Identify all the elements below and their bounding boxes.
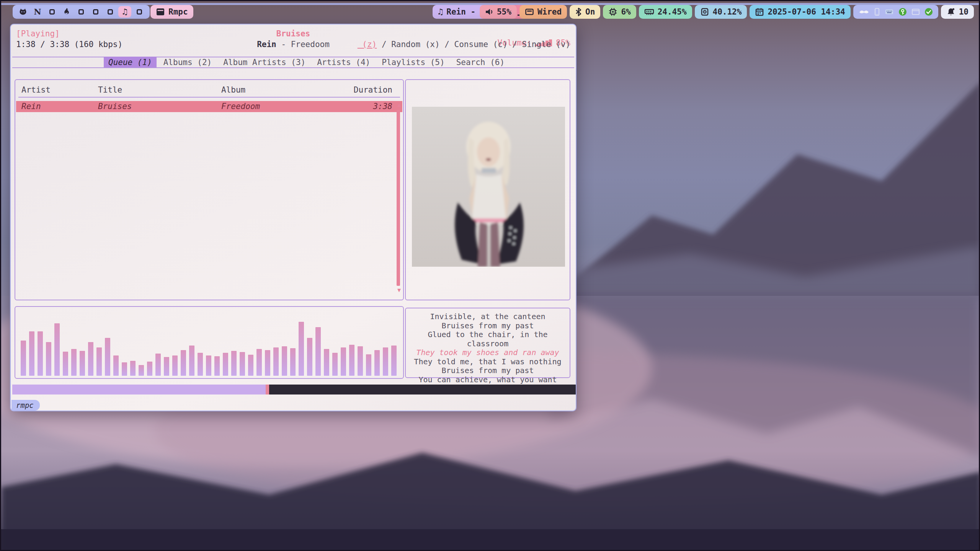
workspace-2-n-letter-icon[interactable]: N [31,6,44,18]
lyric-line: They told me, that I was nothing [408,357,567,367]
phone-icon[interactable] [874,8,880,16]
bluetooth-value: On [585,7,595,16]
progress-marker [266,385,269,395]
tab-albums-2-[interactable]: Albums (2) [163,58,212,67]
visualizer-bar [349,345,354,376]
visualizer-bar [198,353,203,376]
visualizer-bar [139,365,144,376]
workspace-6-empty-square-icon[interactable] [89,6,102,18]
visualizer-bar [96,347,102,376]
keyboard-icon[interactable] [885,8,894,15]
visualizer-bar [248,355,253,376]
visualizer-bar [358,346,363,376]
workspace-3-empty-square-icon[interactable] [46,6,59,18]
speaker-icon [485,8,493,16]
queue-header-separator [18,97,400,98]
queue-column-album: Album [221,85,245,95]
visualizer-bar [21,341,26,376]
lyrics-panel: Invisible, at the canteenBruises from my… [405,308,570,378]
cell-album: Freedoom [221,102,260,111]
album-cover-image [412,107,565,267]
disk-indicator[interactable]: 40.12% [695,5,747,19]
visualizer-bar [383,347,388,376]
lyric-line: Bruises from my past [408,366,567,375]
scrollbar-down-icon[interactable]: ▼ [397,287,401,293]
artist-name: Rein [257,40,276,49]
tab-search-6-[interactable]: Search (6) [456,58,505,67]
album-name: Freedoom [291,40,330,49]
workspace-7-empty-square-icon[interactable] [104,6,117,18]
mode-toggles[interactable]: (z) / Random (x) / Consume (c) / Single … [358,40,570,49]
taskbar-item-rmpc[interactable]: Rmpc [150,5,193,19]
lyric-line: Invisible, at the canteen [408,312,567,321]
toggle-others: / Random (x) / Consume (c) / Single (v) [377,40,570,49]
workspace-4-flame-icon[interactable] [60,6,73,18]
workspace-8-music-note-icon[interactable]: ♫ [118,6,131,18]
tab-album-artists-3-[interactable]: Album Artists (3) [223,58,305,67]
lyrics-text: Invisible, at the canteenBruises from my… [408,312,567,373]
lyric-line: You can achieve, what you want [408,375,567,385]
lyric-line: Bruises from my past [408,321,567,331]
clock-indicator[interactable]: 2025-07-06 14:34 [750,5,850,19]
taskbar-item-label: Rmpc [168,7,188,16]
disk-icon [700,7,709,16]
visualizer-bar [105,338,110,376]
visualizer-bar [341,347,346,376]
visualizer-bar [231,351,237,376]
disk-value: 40.12% [713,7,742,16]
tabbar-bottom-line [12,67,574,68]
scrollbar-thumb[interactable] [397,110,400,286]
album-art-panel [405,79,570,300]
visualizer-bar [38,331,43,376]
progress-remaining [269,385,576,395]
bell-icon [946,7,956,16]
workspace-9-empty-square-icon[interactable] [133,6,146,18]
system-tray [853,5,938,19]
visualizer-bar [240,352,245,376]
visualizer-bar [366,354,371,376]
key-circle-icon[interactable] [898,8,907,16]
cell-artist: Rein [21,102,41,111]
visualizer-bar [332,353,338,376]
visualizer-bar [147,362,152,376]
network-indicator[interactable]: Wired [519,5,567,19]
notifications-indicator[interactable]: 10 [941,5,974,19]
window-outline-icon[interactable] [911,8,920,16]
queue-column-artist: Artist [21,85,51,95]
visualizer-bar [324,349,329,376]
queue-row-current[interactable]: ReinBruisesFreedoom3:38 [16,101,402,112]
scrollbar-up-icon[interactable]: ▲ [397,102,401,108]
window-tag: rmpc [11,400,40,411]
bluetooth-icon [575,7,582,16]
visualizer-bar [46,342,51,376]
cpu-icon [608,7,617,16]
volume-indicator[interactable]: 55% [480,5,517,19]
clock-value: 2025-07-06 14:34 [768,7,845,16]
tab-artists-4-[interactable]: Artists (4) [317,58,370,67]
tab-queue-1-[interactable]: Queue (1) [104,57,157,68]
song-progress-bar[interactable] [12,385,576,395]
tab-bar: Queue (1)Albums (2)Album Artists (3)Arti… [108,57,505,68]
memory-value: 24.45% [658,7,687,16]
queue-column-title: Title [98,85,122,95]
cpu-indicator[interactable]: 6% [603,5,636,19]
bluetooth-indicator[interactable]: On [570,5,600,19]
workspace-5-empty-square-icon[interactable] [75,6,88,18]
tab-playlists-5-[interactable]: Playlists (5) [382,58,444,67]
visualizer-bar [155,354,161,376]
mustache-icon[interactable] [859,8,869,15]
visualizer-bar [130,361,136,376]
svg-text:N: N [34,7,41,16]
ethernet-icon [525,8,534,16]
visualizer-bar [71,349,77,376]
visualizer-bar [113,355,119,376]
visualizer-bar [54,323,60,376]
volume-value: 55% [497,7,511,16]
check-circle-icon[interactable] [924,8,933,16]
visualizer-bar [256,349,262,376]
workspace-1-cat-icon[interactable] [16,6,29,18]
queue-column-duration: Duration [354,85,392,95]
visualizer-bar [282,346,287,376]
visualizer-panel [15,306,404,379]
memory-indicator[interactable]: 24.45% [639,5,692,19]
